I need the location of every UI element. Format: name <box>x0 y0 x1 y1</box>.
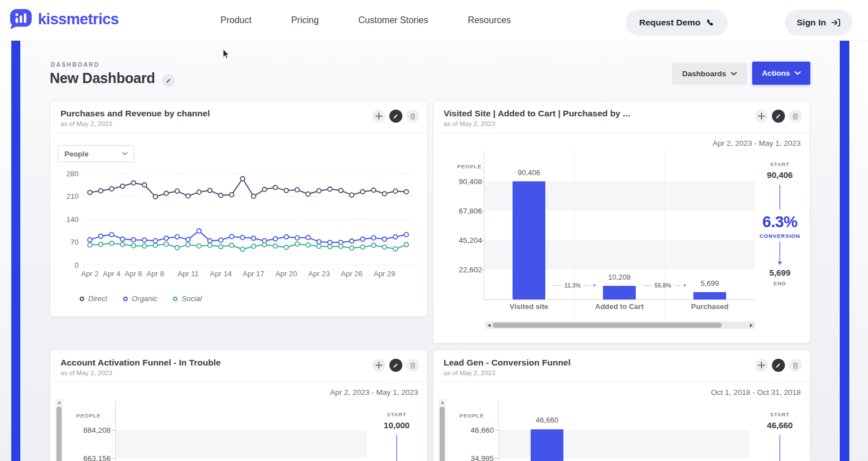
divider <box>433 133 810 133</box>
x-tick-label: Apr 23 <box>308 269 329 278</box>
scrollbar-thumb[interactable] <box>440 407 445 461</box>
y-tick-label: 0 <box>75 261 79 269</box>
x-tick-label: Apr 11 <box>177 269 198 278</box>
data-point <box>328 245 332 249</box>
y-tick: 90,408 <box>433 177 482 186</box>
start-label: START <box>756 411 804 417</box>
data-point <box>131 181 136 185</box>
legend-item-social[interactable]: Social <box>173 294 201 303</box>
x-tick-label: Apr 8 <box>146 269 164 278</box>
metric-select[interactable]: People <box>58 145 134 162</box>
y-tick-label: 70 <box>71 238 79 246</box>
phone-icon <box>706 19 714 27</box>
data-point <box>393 234 398 239</box>
data-point <box>110 186 114 191</box>
data-point <box>383 237 387 242</box>
card-as-of: as of May 2, 2023 <box>60 369 112 376</box>
data-point <box>131 243 136 248</box>
data-point <box>110 241 114 246</box>
edit-widget-button[interactable] <box>389 110 402 123</box>
dashboards-button[interactable]: Dashboards <box>672 63 747 85</box>
funnel-bar <box>603 286 636 299</box>
edit-dashboard-name-button[interactable] <box>162 74 175 87</box>
request-demo-button[interactable]: Request Demo <box>626 10 728 36</box>
y-tick: 46,660 <box>445 426 494 434</box>
scroll-right-arrow[interactable] <box>750 324 753 327</box>
people-axis-label: PEOPLE <box>457 163 481 169</box>
scroll-up-arrow[interactable] <box>441 401 444 404</box>
funnel-summary: START 90,406 6.3% CONVERSION 5,699 END <box>756 101 804 343</box>
data-point <box>317 189 322 193</box>
dashboard-eyebrow: DASHBOARD <box>51 62 100 68</box>
nav-link-pricing[interactable]: Pricing <box>291 15 319 25</box>
data-point <box>99 242 103 247</box>
brand[interactable]: kissmetrics <box>9 8 119 31</box>
y-axis <box>484 151 484 299</box>
data-point <box>175 234 180 239</box>
data-point <box>120 242 125 247</box>
data-point <box>120 184 125 189</box>
data-point <box>404 242 409 247</box>
data-point <box>284 188 289 193</box>
move-widget-button[interactable] <box>372 110 385 123</box>
category-label: Added to Cart <box>574 302 665 311</box>
data-point <box>251 194 256 199</box>
data-point <box>295 188 300 192</box>
divider <box>433 382 810 382</box>
data-point <box>131 238 136 242</box>
data-point <box>120 237 125 242</box>
y-tick: 663,156 <box>62 454 111 461</box>
data-point <box>404 232 409 237</box>
scrollbar-thumb[interactable] <box>493 323 722 328</box>
sign-in-label: Sign In <box>797 18 826 28</box>
conversion-rate: 6.3% <box>750 213 810 231</box>
data-point <box>251 236 256 241</box>
data-point <box>153 194 158 199</box>
legend-item-organic[interactable]: Organic <box>123 294 158 303</box>
actions-button[interactable]: Actions <box>752 62 810 85</box>
scroll-up-arrow[interactable] <box>58 401 61 404</box>
people-axis-label: PEOPLE <box>459 412 484 419</box>
y-tick: 45,204 <box>433 236 482 245</box>
card-title: Visited Site | Added to Cart | Purchased… <box>444 108 630 119</box>
trash-icon <box>410 113 416 120</box>
line-chart: 280210140700Apr 2Apr 4Apr 6Apr 8Apr 11Ap… <box>54 164 422 282</box>
arrow-right <box>684 284 687 287</box>
chart-legend: DirectOrganicSocial <box>80 294 202 303</box>
start-value: 46,660 <box>756 420 804 430</box>
scrollbar-thumb[interactable] <box>57 407 62 461</box>
plot-band <box>116 430 367 458</box>
x-tick-label: Apr 2 <box>81 269 98 278</box>
conversion-percent: 11.3% <box>564 282 580 289</box>
sign-in-button[interactable]: Sign In <box>785 10 852 36</box>
data-point <box>274 244 278 249</box>
legend-label: Organic <box>132 294 158 303</box>
legend-item-direct[interactable]: Direct <box>80 294 107 303</box>
legend-label: Direct <box>88 294 107 303</box>
data-point <box>186 194 190 198</box>
y-tick: 22,602 <box>433 266 482 274</box>
data-point <box>142 238 147 242</box>
nav-link-resources[interactable]: Resources <box>468 15 511 25</box>
card-lead-gen-funnel: Lead Gen - Conversion Funnel as of May 2… <box>433 350 810 461</box>
data-point <box>251 244 256 249</box>
x-tick-label: Apr 26 <box>341 269 362 278</box>
horizontal-scrollbar[interactable] <box>485 321 755 329</box>
summary-connector <box>779 435 780 461</box>
data-point <box>361 190 365 194</box>
data-point <box>88 238 92 242</box>
nav-link-product[interactable]: Product <box>220 15 251 25</box>
scroll-left-arrow[interactable] <box>488 324 491 327</box>
data-point <box>219 245 223 249</box>
data-point <box>88 190 92 195</box>
nav-link-customer-stories[interactable]: Customer Stories <box>358 15 428 25</box>
data-point <box>197 190 201 194</box>
legend-marker <box>173 297 177 301</box>
data-point <box>383 192 387 196</box>
delete-widget-button[interactable] <box>406 110 419 123</box>
series-line-social <box>90 243 406 249</box>
x-axis-baseline <box>484 299 755 300</box>
nav-links: ProductPricingCustomer StoriesResources <box>220 0 511 41</box>
data-point <box>164 242 168 246</box>
x-tick-label: Apr 6 <box>125 269 142 278</box>
